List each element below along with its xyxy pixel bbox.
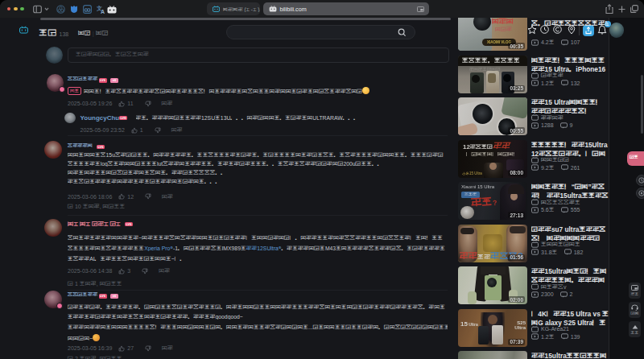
svg-text:A: A — [101, 9, 105, 14]
